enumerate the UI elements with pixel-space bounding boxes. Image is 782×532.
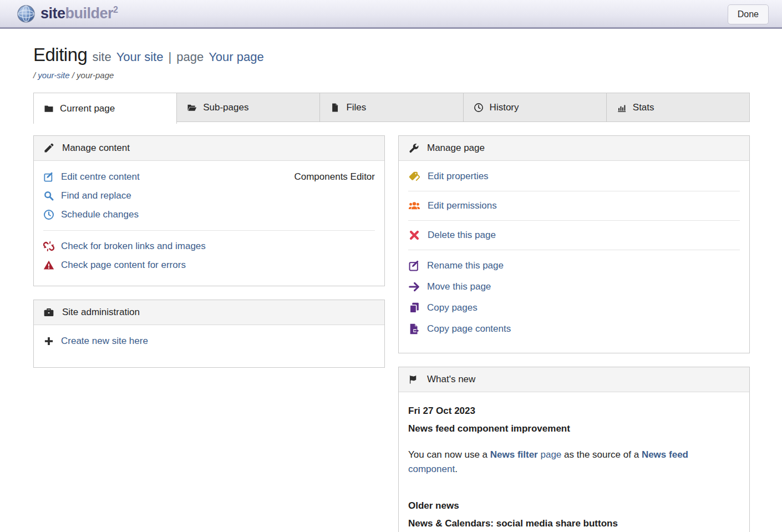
flag-icon [408,374,419,385]
check-page-errors-link[interactable]: Check page content for errors [43,256,375,275]
copy-icon [408,302,420,314]
news-heading: News & Calendars: social media share but… [408,518,740,529]
list-item: Edit centre content Components Editor [43,168,375,186]
sitebuilder-logo[interactable]: sitebuilder2 [17,4,118,23]
rename-page-link[interactable]: Rename this page [408,255,740,276]
create-new-site-link[interactable]: Create new site here [43,332,375,351]
tab-label: Stats [633,102,654,113]
app-header: sitebuilder2 Done [0,0,782,29]
delete-page-link[interactable]: Delete this page [408,221,740,250]
users-icon [408,200,420,212]
whats-new-header: What's new [399,367,749,392]
copy-page-contents-link[interactable]: Copy page contents [408,318,740,340]
find-and-replace-link[interactable]: Find and replace [43,186,375,205]
tab-history[interactable]: History [463,93,607,122]
stats-icon [617,103,627,113]
news-date: Older news [408,500,740,511]
page-actions-group: Rename this page Move this page Copy pag… [408,250,740,342]
components-editor-note: Components Editor [294,171,375,183]
rename-icon [408,260,420,272]
x-icon [408,229,420,241]
tab-label: Current page [60,103,115,114]
breadcrumb-slash: / [33,70,35,80]
edit-centre-content-link[interactable]: Edit centre content [43,171,140,183]
copy-pages-link[interactable]: Copy pages [408,297,740,318]
tags-icon [408,170,420,183]
right-column: Manage page Edit properties Edit permiss… [398,135,750,532]
globe-icon [17,4,35,23]
tab-current-page[interactable]: Current page [33,93,177,124]
site-link[interactable]: Your site [116,50,164,64]
pencil-icon [43,143,54,154]
manage-page-header: Manage page [399,136,749,161]
link-label: Edit permissions [428,200,497,211]
page-link[interactable]: Your page [209,50,264,64]
schedule-changes-link[interactable]: Schedule changes [43,205,375,224]
page-word: page [176,50,204,64]
panel-title: Manage content [62,143,130,154]
breadcrumb: / your-site / your-page [33,70,750,80]
link-label: Edit centre content [61,171,140,183]
news-filter-link[interactable]: News filter page [490,449,562,460]
site-admin-header: Site administration [34,300,384,325]
tab-label: Sub-pages [203,102,248,113]
warning-icon [43,260,54,271]
folder-icon [44,104,54,114]
whats-new-panel: What's new Fri 27 Oct 2023 News feed com… [398,367,750,532]
briefcase-icon [43,307,54,318]
manage-page-body: Edit properties Edit permissions Delete … [399,161,749,353]
news-entry: Fri 27 Oct 2023 News feed component impr… [408,406,740,476]
tab-label: Files [346,102,366,113]
link-label: Copy pages [427,302,478,313]
breadcrumb-site-link[interactable]: your-site [38,70,69,80]
panel-title: Site administration [62,307,140,318]
tab-files[interactable]: Files [319,93,463,122]
divider [43,230,375,231]
link-label: Edit properties [428,171,489,182]
tab-sub-pages[interactable]: Sub-pages [176,93,320,122]
edit-properties-link[interactable]: Edit properties [408,162,740,191]
link-label: Check for broken links and images [61,241,206,252]
broken-link-icon [43,241,54,252]
link-label: Rename this page [427,260,504,271]
link-label: Create new site here [61,336,148,347]
link-label: Copy page contents [427,323,511,335]
search-icon [43,190,54,201]
folder-open-icon [187,103,197,113]
tab-stats[interactable]: Stats [606,93,750,122]
move-page-link[interactable]: Move this page [408,276,740,297]
plus-icon [43,336,54,347]
manage-content-body: Edit centre content Components Editor Fi… [34,161,384,286]
manage-content-panel: Manage content Edit centre content Compo… [33,135,385,286]
file-icon [330,103,340,113]
left-column: Manage content Edit centre content Compo… [33,135,385,368]
page-title: Editing site Your site | page Your page [33,44,750,65]
clock-icon [43,209,54,220]
tab-bar: Current page Sub-pages Files History Sta… [33,93,750,124]
edit-icon [43,171,54,183]
edit-permissions-link[interactable]: Edit permissions [408,191,740,221]
manage-content-header: Manage content [34,136,384,161]
breadcrumb-page-segment: your-page [77,70,114,80]
clock-icon [474,103,484,113]
wrench-icon [408,143,419,154]
link-label: News feed [642,449,688,460]
check-broken-links-link[interactable]: Check for broken links and images [43,237,375,256]
news-paragraph: You can now use a News filter page as th… [408,448,740,476]
manage-page-panel: Manage page Edit properties Edit permiss… [398,135,750,353]
copy-contents-icon [408,323,420,335]
arrow-right-icon [408,281,420,293]
link-label: Move this page [427,281,491,292]
site-admin-body: Create new site here [34,325,384,367]
link-label: Find and replace [61,190,131,201]
link-label: component [408,464,455,474]
logo-text: sitebuilder2 [40,5,118,22]
news-entry: Older news News & Calendars: social medi… [408,500,740,532]
title-separator: | [168,50,171,64]
content-columns: Manage content Edit centre content Compo… [33,135,750,532]
panel-title: Manage page [427,143,485,154]
done-button[interactable]: Done [728,4,769,24]
page-title-editing: Editing [33,44,87,65]
news-date: Fri 27 Oct 2023 [408,406,740,417]
news-text: You can now use a [408,449,490,460]
